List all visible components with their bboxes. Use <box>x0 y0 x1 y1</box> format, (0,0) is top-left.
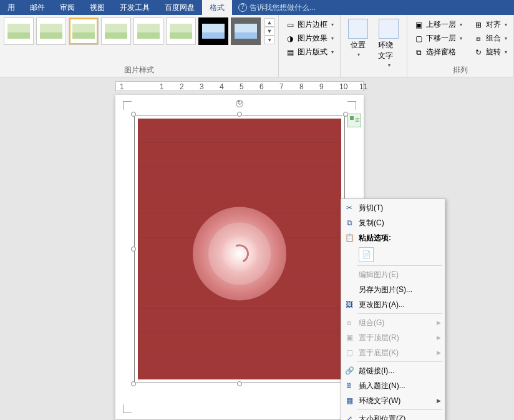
position-button[interactable]: 位置 ▾ <box>344 17 372 69</box>
ctx-insert-caption[interactable]: 🗎插入题注(N)... <box>341 378 445 393</box>
tab-developer[interactable]: 开发工具 <box>112 0 157 15</box>
style-thumb-8[interactable] <box>231 17 261 45</box>
submenu-arrow-icon: ▶ <box>437 398 441 404</box>
ctx-group-label: 组合(G) <box>359 318 433 328</box>
paste-option-button[interactable]: 📄 <box>359 247 374 262</box>
size-icon: ⤢ <box>344 413 355 420</box>
rotate-handle[interactable] <box>236 100 243 107</box>
style-thumb-6[interactable] <box>166 17 196 45</box>
style-thumb-3[interactable] <box>69 17 99 45</box>
bring-forward-label: 上移一层 <box>426 19 456 30</box>
tell-me[interactable]: 告诉我您想做什么... <box>232 0 322 15</box>
wrap-icon <box>379 19 399 39</box>
group-picture-options: ▭ 图片边框 ▾ ◑ 图片效果 ▾ ▤ 图片版式 ▾ <box>279 15 341 77</box>
ctx-insert-caption-label: 插入题注(N)... <box>359 381 441 391</box>
link-icon: 🔗 <box>344 365 355 376</box>
group-icon: ⧈ <box>473 34 483 44</box>
tab-mail[interactable]: 邮件 <box>22 0 52 15</box>
ctx-hyperlink[interactable]: 🔗超链接(I)... <box>341 363 445 378</box>
submenu-arrow-icon: ▶ <box>437 320 441 326</box>
ctx-change-picture[interactable]: 🖼更改图片(A)... <box>341 297 445 312</box>
edit-icon <box>344 269 355 280</box>
style-thumb-7[interactable] <box>198 17 228 45</box>
submenu-arrow-icon: ▶ <box>437 335 441 341</box>
gallery-scroll[interactable]: ▲ ▼ ▾ <box>264 18 274 44</box>
style-thumb-2[interactable] <box>36 17 66 45</box>
ctx-cut[interactable]: ✂剪切(T) <box>341 200 445 215</box>
bring-forward-button[interactable]: ▣上移一层▾ <box>411 19 465 31</box>
group-position: 位置 ▾ 环绕文字 ▾ <box>341 15 407 77</box>
wrap-text-label: 环绕文字 <box>378 40 399 61</box>
picture-border-label: 图片边框 <box>298 19 327 30</box>
resize-handle-w[interactable] <box>131 247 136 252</box>
horizontal-ruler[interactable]: 11234567891011 <box>115 81 364 91</box>
effects-icon: ◑ <box>285 34 295 44</box>
resize-handle-nw[interactable] <box>131 112 136 117</box>
tab-baidu[interactable]: 百度网盘 <box>157 0 202 15</box>
group-label-arrange: 排列 <box>411 64 510 76</box>
bring-front-icon: ▣ <box>344 332 355 343</box>
ctx-paste-options-label: 粘贴选项: <box>359 233 441 243</box>
ctx-edit-picture: 编辑图片(E) <box>341 267 445 282</box>
lightbulb-icon <box>238 3 247 12</box>
ctx-edit-picture-label: 编辑图片(E) <box>359 270 441 280</box>
selected-image[interactable] <box>134 115 345 383</box>
wrap-text-button[interactable]: 环绕文字 ▾ <box>374 17 403 69</box>
style-thumb-5[interactable] <box>133 17 163 45</box>
style-thumb-4[interactable] <box>101 17 131 45</box>
change-picture-icon: 🖼 <box>344 299 355 310</box>
align-label: 对齐 <box>486 19 501 30</box>
gallery-up-icon[interactable]: ▲ <box>264 18 274 27</box>
group-arrange: ▣上移一层▾ ▢下移一层▾ ⧉选择窗格 ⊞对齐▾ ⧈组合▾ ↻旋转▾ 排列 <box>407 15 514 77</box>
ctx-paste-buttons: 📄 <box>341 245 445 264</box>
rotate-label: 旋转 <box>486 47 501 57</box>
ctx-save-as-picture[interactable]: 另存为图片(S)... <box>341 282 445 297</box>
layout-icon: ▤ <box>285 47 295 57</box>
margin-mark <box>123 404 132 413</box>
copy-icon: ⧉ <box>344 217 355 228</box>
menu-bar: 用 邮件 审阅 视图 开发工具 百度网盘 格式 告诉我您想做什么... <box>0 0 514 15</box>
dropdown-icon: ▾ <box>505 22 507 27</box>
gallery-more-icon[interactable]: ▾ <box>264 36 274 44</box>
gallery-down-icon[interactable]: ▼ <box>264 27 274 36</box>
ctx-send-back: ▢置于底层(K)▶ <box>341 345 445 360</box>
selection-pane-button[interactable]: ⧉选择窗格 <box>411 46 465 58</box>
tab-view[interactable]: 视图 <box>82 0 112 15</box>
ctx-send-back-label: 置于底层(K) <box>359 348 433 358</box>
cut-icon: ✂ <box>344 202 355 213</box>
tell-me-text: 告诉我您想做什么... <box>250 2 316 13</box>
ctx-wrap-text[interactable]: ▦环绕文字(W)▶ <box>341 393 445 408</box>
style-thumb-1[interactable] <box>4 17 34 45</box>
picture-border-button[interactable]: ▭ 图片边框 ▾ <box>283 19 336 31</box>
resize-handle-sw[interactable] <box>131 381 136 386</box>
ctx-bring-front-label: 置于顶层(R) <box>359 333 433 343</box>
picture-style-gallery: ▲ ▼ ▾ <box>4 17 274 45</box>
ctx-copy[interactable]: ⧉复制(C) <box>341 215 445 230</box>
dropdown-icon: ▾ <box>331 49 334 55</box>
page[interactable] <box>115 95 364 419</box>
tab-format[interactable]: 格式 <box>202 0 232 15</box>
layout-options-button[interactable] <box>347 114 361 127</box>
tab-review[interactable]: 审阅 <box>52 0 82 15</box>
position-label: 位置 <box>351 40 366 51</box>
tab-use[interactable]: 用 <box>0 0 22 15</box>
resize-handle-s[interactable] <box>237 381 242 386</box>
document-area: 11234567891011 <box>0 77 514 420</box>
picture-layout-label: 图片版式 <box>298 47 327 57</box>
dropdown-icon: ▾ <box>460 22 462 27</box>
border-icon: ▭ <box>285 20 295 30</box>
group-objects-button[interactable]: ⧈组合▾ <box>471 32 510 44</box>
resize-handle-n[interactable] <box>237 112 242 117</box>
picture-effects-button[interactable]: ◑ 图片效果 ▾ <box>283 32 336 44</box>
ctx-hyperlink-label: 超链接(I)... <box>359 366 441 376</box>
picture-layout-button[interactable]: ▤ 图片版式 ▾ <box>283 46 336 58</box>
dropdown-icon: ▾ <box>331 22 334 27</box>
rotate-button[interactable]: ↻旋转▾ <box>471 46 510 58</box>
align-button[interactable]: ⊞对齐▾ <box>471 19 510 31</box>
ctx-size-position[interactable]: ⤢大小和位置(Z)... <box>341 411 445 420</box>
send-backward-button[interactable]: ▢下移一层▾ <box>411 32 465 44</box>
margin-mark <box>347 101 356 110</box>
separator <box>357 313 442 314</box>
ctx-bring-front: ▣置于顶层(R)▶ <box>341 330 445 345</box>
save-icon <box>344 284 355 295</box>
